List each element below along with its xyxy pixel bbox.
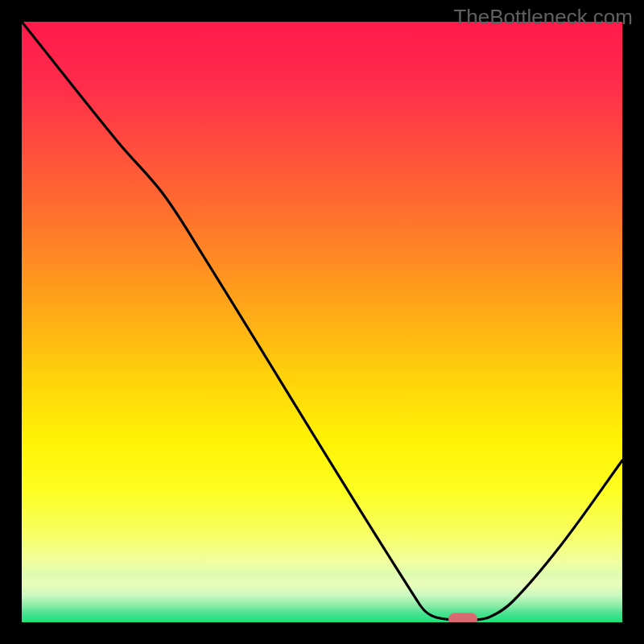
chart-container: TheBottleneck.com — [0, 0, 644, 644]
optimal-marker — [448, 613, 477, 623]
watermark-text: TheBottleneck.com — [453, 5, 633, 30]
plot-area — [22, 22, 622, 622]
bottleneck-curve — [22, 22, 622, 622]
